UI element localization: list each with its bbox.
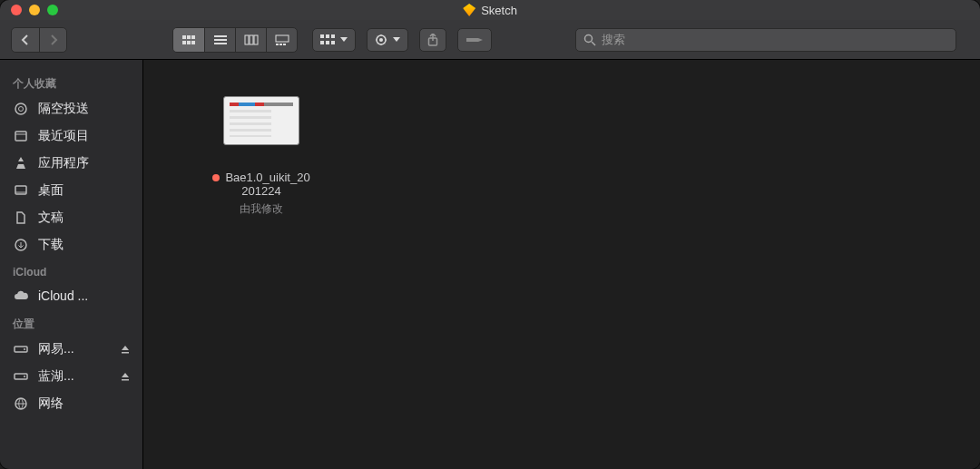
svg-rect-7 [250,35,253,44]
share-button[interactable] [419,28,446,52]
eject-icon[interactable] [121,372,130,381]
window-controls [0,5,58,15]
svg-rect-5 [191,41,195,44]
view-columns-button[interactable] [235,28,266,52]
apps-icon [13,155,29,171]
sidebar-item-desktop[interactable]: 桌面 [0,177,142,204]
sidebar-item-downloads[interactable]: 下载 [0,231,142,259]
window-title: Sketch [463,4,517,17]
svg-rect-8 [254,35,258,44]
toolbar [0,20,980,60]
sidebar: 个人收藏 隔空投送 最近项目 应用程序 桌面 文稿 [0,60,143,469]
svg-point-24 [19,107,24,112]
svg-rect-14 [326,34,329,38]
svg-point-20 [379,38,383,42]
body: 个人收藏 隔空投送 最近项目 应用程序 桌面 文稿 [0,60,980,469]
sidebar-group-label: 位置 [0,309,142,336]
tags-button[interactable] [457,28,492,52]
file-item[interactable]: Bae1.0_uikit_20 201224 由我修改 [189,96,334,217]
finder-window: Sketch [0,0,980,469]
eject-icon[interactable] [121,345,130,354]
view-icons-button[interactable] [173,28,204,52]
file-thumbnail [223,96,299,145]
svg-rect-26 [15,186,26,194]
svg-point-31 [24,376,25,377]
sidebar-item-label: 文稿 [38,210,64,226]
sidebar-item-label: 最近项目 [38,128,89,144]
svg-rect-13 [320,34,324,38]
svg-rect-4 [187,41,191,44]
view-list-button[interactable] [204,28,235,52]
sidebar-item-label: 应用程序 [38,155,89,171]
file-name-line2: 201224 [189,184,334,198]
sidebar-item-disk[interactable]: 网易... [0,336,142,363]
nav-buttons [11,27,67,53]
minimize-button[interactable] [29,5,40,15]
modified-dot-icon [212,174,220,181]
sidebar-item-label: 网易... [38,341,74,357]
sidebar-item-label: 下载 [38,237,64,253]
sidebar-item-network[interactable]: 网络 [0,390,142,417]
airdrop-icon [13,101,29,117]
svg-rect-17 [326,41,329,44]
svg-rect-2 [191,35,195,39]
view-mode-segment [172,27,298,53]
svg-rect-9 [276,35,289,42]
svg-rect-1 [187,35,191,39]
svg-rect-11 [279,44,282,45]
sidebar-item-icloud[interactable]: iCloud ... [0,282,142,309]
group-by-button[interactable] [312,28,356,52]
sidebar-item-recents[interactable]: 最近项目 [0,122,142,150]
close-button[interactable] [11,5,22,15]
svg-point-22 [585,34,593,42]
documents-icon [13,210,29,226]
search-field[interactable] [575,28,956,52]
cloud-icon [13,288,29,304]
sidebar-item-applications[interactable]: 应用程序 [0,150,142,177]
svg-rect-25 [15,132,26,141]
svg-point-23 [15,103,26,114]
sidebar-item-airdrop[interactable]: 隔空投送 [0,95,142,122]
downloads-icon [13,237,29,253]
desktop-icon [13,182,29,199]
content-area: Bae1.0_uikit_20 201224 由我修改 [143,60,980,469]
sidebar-item-label: 桌面 [38,182,64,199]
network-icon [13,396,29,412]
sketch-icon [463,4,475,16]
action-menu-button[interactable] [367,28,408,52]
svg-rect-16 [320,41,324,44]
svg-rect-0 [182,35,186,39]
titlebar: Sketch [0,0,980,20]
svg-rect-15 [331,34,335,38]
window-title-text: Sketch [481,4,517,17]
recents-icon [13,128,29,144]
svg-rect-12 [283,44,286,45]
file-name-line1: Bae1.0_uikit_20 [225,171,309,184]
disk-icon [13,368,29,385]
sidebar-item-disk[interactable]: 蓝湖... [0,363,142,390]
svg-rect-10 [276,44,279,45]
sidebar-group-label: 个人收藏 [0,69,142,95]
forward-button[interactable] [39,28,66,52]
svg-rect-6 [245,35,249,44]
svg-rect-18 [331,41,335,44]
sidebar-item-label: 隔空投送 [38,101,89,117]
disk-icon [13,341,29,357]
sidebar-group-label: iCloud [0,259,142,282]
search-input[interactable] [602,33,948,46]
svg-point-29 [24,348,25,350]
svg-rect-3 [182,41,186,44]
search-icon [583,34,596,46]
maximize-button[interactable] [47,5,58,15]
sidebar-item-documents[interactable]: 文稿 [0,204,142,231]
file-subtext: 由我修改 [189,201,334,217]
file-name-row: Bae1.0_uikit_20 [189,171,334,184]
view-gallery-button[interactable] [266,28,297,52]
sidebar-item-label: 蓝湖... [38,368,74,385]
sidebar-item-label: iCloud ... [38,288,88,303]
sidebar-item-label: 网络 [38,396,64,412]
back-button[interactable] [12,28,39,52]
